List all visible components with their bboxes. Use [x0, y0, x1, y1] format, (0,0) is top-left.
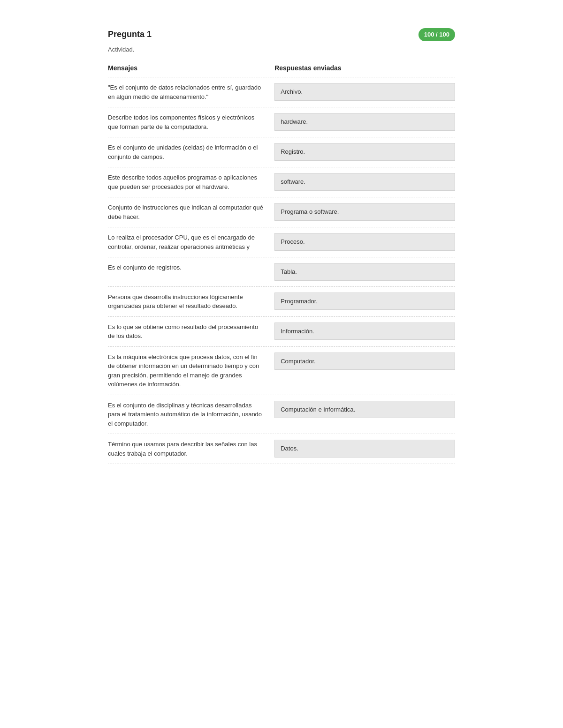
answer-cell: Computador. — [274, 353, 455, 370]
message-cell: Es lo que se obtiene como resultado del … — [108, 323, 274, 341]
message-cell: Término que usamos para describir las se… — [108, 440, 274, 458]
answer-cell: Archivo. — [274, 83, 455, 101]
message-cell: "Es el conjunto de datos relacionados en… — [108, 83, 274, 101]
answer-box: Proceso. — [274, 233, 455, 251]
message-cell: Lo realiza el procesador CPU, que es el … — [108, 233, 274, 251]
table-row: Término que usamos para describir las se… — [108, 434, 455, 464]
message-cell: Es el conjunto de unidades (celdas) de i… — [108, 143, 274, 161]
activity-label: Actividad. — [108, 45, 455, 54]
answer-box: Tabla. — [274, 263, 455, 281]
score-badge: 100 / 100 — [418, 28, 455, 41]
answer-cell: Computación e Informática. — [274, 401, 455, 419]
table-row: Este describe todos aquellos programas o… — [108, 167, 455, 197]
answer-cell: Tabla. — [274, 263, 455, 281]
answer-cell: Información. — [274, 323, 455, 340]
table-row: Es el conjunto de registros.Tabla. — [108, 257, 455, 286]
answer-cell: Registro. — [274, 143, 455, 161]
page-container: Pregunta 1 100 / 100 Actividad. Mensajes… — [70, 0, 493, 492]
answer-cell: Programador. — [274, 293, 455, 310]
answer-cell: Datos. — [274, 440, 455, 458]
message-cell: Describe todos los componentes físicos y… — [108, 113, 274, 131]
table-row: Es la máquina electrónica que procesa da… — [108, 346, 455, 395]
answer-box: software. — [274, 173, 455, 191]
message-cell: Conjunto de instrucciones que indican al… — [108, 203, 274, 221]
question-header: Pregunta 1 100 / 100 — [108, 28, 455, 41]
answer-box: Computador. — [274, 353, 455, 370]
question-title: Pregunta 1 — [108, 28, 152, 41]
answer-box: Registro. — [274, 143, 455, 161]
answer-cell: Programa o software. — [274, 203, 455, 221]
answer-box: hardware. — [274, 113, 455, 131]
answer-cell: hardware. — [274, 113, 455, 131]
columns-header: Mensajes Respuestas enviadas — [108, 63, 455, 73]
answer-box: Información. — [274, 323, 455, 340]
answers-column-header: Respuestas enviadas — [274, 63, 455, 73]
table-row: Es el conjunto de disciplinas y técnicas… — [108, 395, 455, 434]
table-row: Lo realiza el procesador CPU, que es el … — [108, 227, 455, 257]
table-row: Persona que desarrolla instrucciones lóg… — [108, 286, 455, 316]
answer-box: Programa o software. — [274, 203, 455, 221]
message-cell: Es la máquina electrónica que procesa da… — [108, 353, 274, 389]
table-row: Conjunto de instrucciones que indican al… — [108, 197, 455, 227]
message-cell: Es el conjunto de disciplinas y técnicas… — [108, 401, 274, 428]
message-cell: Persona que desarrolla instrucciones lóg… — [108, 293, 274, 311]
messages-column-header: Mensajes — [108, 63, 274, 73]
message-cell: Es el conjunto de registros. — [108, 263, 274, 272]
table-row: Es lo que se obtiene como resultado del … — [108, 316, 455, 346]
table-row: "Es el conjunto de datos relacionados en… — [108, 77, 455, 107]
table-row: Es el conjunto de unidades (celdas) de i… — [108, 137, 455, 167]
answer-cell: software. — [274, 173, 455, 191]
answer-box: Programador. — [274, 293, 455, 310]
answer-cell: Proceso. — [274, 233, 455, 251]
answer-box: Computación e Informática. — [274, 401, 455, 419]
answer-box: Datos. — [274, 440, 455, 458]
answer-box: Archivo. — [274, 83, 455, 101]
table-row: Describe todos los componentes físicos y… — [108, 107, 455, 137]
message-cell: Este describe todos aquellos programas o… — [108, 173, 274, 191]
match-rows-container: "Es el conjunto de datos relacionados en… — [108, 77, 455, 464]
